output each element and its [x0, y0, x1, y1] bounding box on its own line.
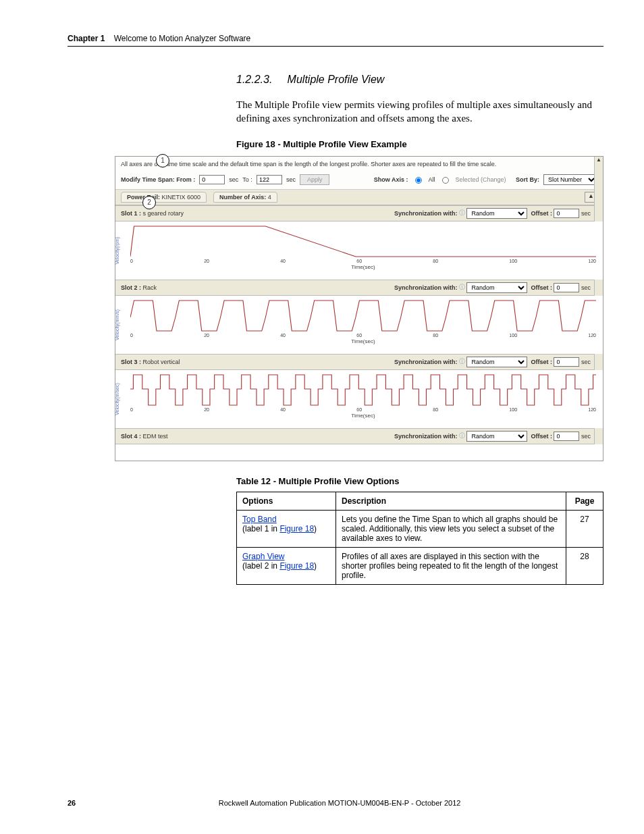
th-description: Description — [336, 492, 566, 510]
figure-caption: Figure 18 - Multiple Profile View Exampl… — [236, 139, 603, 149]
to-label: To : — [242, 176, 252, 183]
table-row: Top Band (label 1 in Figure 18) Lets you… — [237, 510, 603, 547]
opt-selected: Selected (Change) — [455, 176, 506, 183]
link-graph-view[interactable]: Graph View — [242, 552, 284, 561]
chart-2: Velocity(mm/s) 0 20 40 60 80 100 120 Tim… — [115, 296, 603, 354]
showaxis-label: Show Axis : — [374, 176, 408, 183]
power-rail-tab[interactable]: Power Rail: KINETIX 6000 — [121, 192, 207, 203]
slot-2: Slot 2 : Rack Synchronization with: ⓘ Ra… — [115, 280, 603, 354]
figure-screenshot: 1 2 ▲ ▼ All axes are on same time scale … — [115, 156, 603, 461]
chapter-title: Welcome to Motion Analyzer Software — [114, 34, 251, 43]
sec-label-2: sec — [286, 176, 296, 183]
callout-1: 1 — [156, 154, 169, 167]
link-figure18[interactable]: Figure 18 — [279, 524, 314, 533]
td-desc: Lets you define the Time Span to which a… — [336, 510, 566, 547]
section-number: 1.2.2.3. — [236, 74, 272, 85]
radio-all[interactable] — [415, 177, 422, 184]
table-row: Graph View (label 2 in Figure 18) Profil… — [237, 547, 603, 584]
td-page: 28 — [566, 547, 603, 584]
chapter-label: Chapter 1 — [68, 34, 105, 43]
sortby-label: Sort By: — [516, 176, 539, 183]
slot-4: Slot 4 : EDM test Synchronization with: … — [115, 428, 603, 461]
info-icon: ⓘ — [459, 283, 465, 292]
num-axis-tab[interactable]: Number of Axis: 4 — [213, 192, 277, 203]
info-icon: ⓘ — [459, 432, 465, 440]
section-title: Multiple Profile View — [288, 74, 385, 85]
slot-1: Slot 1 : s geared rotary Synchronization… — [115, 205, 603, 280]
callout-2: 2 — [142, 196, 156, 209]
td-desc: Profiles of all axes are displayed in th… — [336, 547, 566, 584]
info-icon: ⓘ — [459, 209, 465, 217]
offset-input[interactable] — [554, 209, 579, 218]
th-options: Options — [237, 492, 336, 510]
sec-label-1: sec — [229, 176, 238, 183]
page-footer: 26 Rockwell Automation Publication MOTIO… — [68, 799, 603, 807]
sync-select[interactable]: Random — [466, 357, 527, 367]
scroll-up-icon[interactable]: ▲ — [596, 157, 601, 163]
link-top-band[interactable]: Top Band — [242, 515, 277, 524]
timespan-bar: Modify Time Span: From : sec To : sec Ap… — [115, 172, 603, 190]
offset-input[interactable] — [554, 357, 579, 367]
th-page: Page — [566, 492, 603, 510]
sortby-select[interactable]: Slot Number — [543, 174, 597, 185]
publication-info: Rockwell Automation Publication MOTION-U… — [76, 799, 603, 807]
options-table: Options Description Page Top Band (label… — [236, 492, 603, 585]
apply-button[interactable]: Apply — [300, 174, 330, 185]
table-caption: Table 12 - Multiple Profile View Options — [236, 476, 603, 486]
chart-3: Velocity(m/sec) 0 20 40 60 80 100 120 Ti… — [115, 370, 603, 428]
chart-4 — [115, 444, 603, 461]
to-input[interactable] — [257, 175, 282, 184]
section-heading: 1.2.2.3. Multiple Profile View — [236, 74, 603, 86]
slot-3: Slot 3 : Robot vertical Synchronization … — [115, 354, 603, 428]
link-figure18[interactable]: Figure 18 — [279, 561, 314, 571]
info-text: All axes are on same time scale and the … — [115, 157, 603, 172]
page-header: Chapter 1 Welcome to Motion Analyzer Sof… — [68, 34, 603, 47]
timespan-label: Modify Time Span: From : — [121, 176, 195, 183]
sync-select[interactable]: Random — [466, 282, 527, 293]
sync-select[interactable]: Random — [466, 208, 527, 219]
from-input[interactable] — [199, 175, 225, 184]
opt-all: All — [428, 176, 435, 183]
td-page: 27 — [566, 510, 603, 547]
info-icon: ⓘ — [459, 357, 465, 366]
radio-selected[interactable] — [442, 177, 449, 184]
rail-header: Power Rail: KINETIX 6000 Number of Axis:… — [115, 190, 603, 205]
page-number: 26 — [68, 799, 76, 807]
section-body: The Multiple Profile view permits viewin… — [236, 98, 603, 126]
chart-1: Velocity(rpm) 0 20 40 60 80 100 120 Time… — [115, 221, 603, 280]
offset-input[interactable] — [554, 432, 579, 441]
sync-select[interactable]: Random — [466, 431, 527, 442]
offset-input[interactable] — [554, 283, 579, 292]
